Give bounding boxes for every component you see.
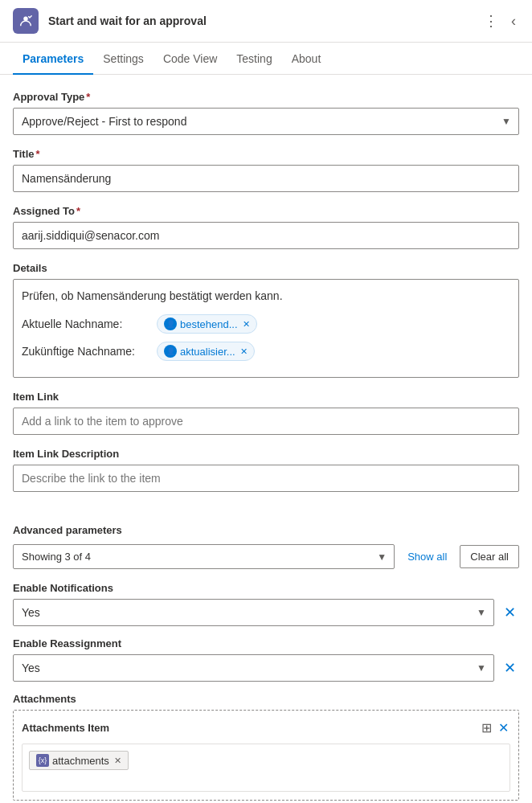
details-row-1: Aktuelle Nachname: 👤 bestehend... ✕ — [22, 314, 510, 334]
advanced-row: Showing 3 of 4 ▼ Show all Clear all — [13, 544, 519, 569]
enable-reassignment-section: Enable Reassignment Yes ▼ ✕ — [13, 637, 519, 682]
remove-notifications-button[interactable]: ✕ — [501, 600, 519, 625]
clear-all-button[interactable]: Clear all — [460, 545, 519, 568]
details-label: Details — [13, 262, 519, 274]
enable-reassignment-row: Yes ▼ ✕ — [13, 654, 519, 682]
enable-notifications-label: Enable Notifications — [13, 582, 519, 594]
attachments-label: Attachments — [13, 693, 519, 705]
tab-settings[interactable]: Settings — [93, 43, 153, 75]
enable-notifications-section: Enable Notifications Yes ▼ ✕ — [13, 582, 519, 626]
tab-about[interactable]: About — [282, 43, 331, 75]
attachments-close-icon[interactable]: ✕ — [497, 719, 510, 737]
details-group: Details Prüfen, ob Namensänderung bestät… — [13, 262, 519, 378]
showing-dropdown[interactable]: Showing 3 of 4 ▼ — [13, 544, 395, 569]
enable-reassignment-label: Enable Reassignment — [13, 637, 519, 649]
chip-attachments-close[interactable]: ✕ — [114, 756, 121, 766]
attachments-chip[interactable]: {x} attachments ✕ — [29, 751, 129, 770]
back-button[interactable]: ‹ — [508, 10, 519, 33]
tab-testing[interactable]: Testing — [227, 43, 281, 75]
chip-bestehend-text: bestehend... — [180, 318, 238, 330]
attachments-item-label: Attachments Item — [22, 722, 109, 734]
remove-reassignment-button[interactable]: ✕ — [501, 656, 519, 680]
enable-notifications-btn[interactable]: Yes — [13, 599, 494, 626]
item-link-input[interactable] — [13, 408, 519, 435]
attachments-row: Attachments Item ⊞ ✕ {x} attachments ✕ — [13, 710, 519, 801]
bestehend-chip[interactable]: 👤 bestehend... ✕ — [157, 314, 257, 334]
enable-notifications-row: Yes ▼ ✕ — [13, 599, 519, 626]
app-header: Start and wait for an approval ⋮ ‹ — [0, 0, 532, 43]
page-title: Start and wait for an approval — [48, 14, 471, 27]
aktualisier-chip[interactable]: 👤 aktualisier... ✕ — [157, 342, 255, 361]
enable-reassignment-dropdown[interactable]: Yes ▼ — [13, 654, 494, 682]
details-row-2: Zukünftige Nachname: 👤 aktualisier... ✕ — [22, 342, 510, 361]
parameters-content: Approval Type * Approve/Reject - First t… — [0, 75, 532, 803]
zukunftige-nachname-label: Zukünftige Nachname: — [22, 345, 150, 358]
item-link-group: Item Link — [13, 391, 519, 435]
assigned-to-label: Assigned To * — [13, 205, 519, 217]
attachments-header-buttons: ⊞ ✕ — [480, 719, 510, 737]
item-link-desc-label: Item Link Description — [13, 448, 519, 460]
tab-bar: Parameters Settings Code View Testing Ab… — [0, 43, 532, 75]
chip-attachments-text: attachments — [52, 755, 109, 767]
header-actions: ⋮ ‹ — [481, 9, 519, 33]
attachments-box: Attachments Item ⊞ ✕ {x} attachments ✕ — [13, 710, 519, 801]
x-icon-2: ✕ — [504, 659, 516, 677]
spacer — [13, 505, 519, 524]
more-options-button[interactable]: ⋮ — [481, 9, 501, 33]
attachments-section: Attachments Attachments Item ⊞ ✕ {x} att… — [13, 693, 519, 801]
title-label: Title * — [13, 148, 519, 160]
title-input[interactable] — [13, 165, 519, 192]
chip-person-icon: 👤 — [164, 318, 177, 330]
chip-aktualisier-close[interactable]: ✕ — [240, 346, 248, 357]
chip-bestehend-close[interactable]: ✕ — [243, 319, 250, 330]
approval-type-group: Approval Type * Approve/Reject - First t… — [13, 91, 519, 135]
chip-person2-icon: 👤 — [164, 345, 177, 358]
approval-type-label: Approval Type * — [13, 91, 519, 103]
attachments-content: {x} attachments ✕ — [22, 744, 510, 792]
attachments-header: Attachments Item ⊞ ✕ — [22, 719, 510, 737]
title-group: Title * — [13, 148, 519, 192]
details-text: Prüfen, ob Namensänderung bestätigt werd… — [22, 288, 510, 305]
approval-type-dropdown[interactable]: Approve/Reject - First to respond ▼ — [13, 108, 519, 135]
tab-parameters[interactable]: Parameters — [13, 43, 93, 75]
aktuelle-nachname-label: Aktuelle Nachname: — [22, 318, 150, 330]
item-link-desc-group: Item Link Description — [13, 448, 519, 492]
item-link-desc-input[interactable] — [13, 465, 519, 492]
item-link-label: Item Link — [13, 391, 519, 403]
details-textarea[interactable]: Prüfen, ob Namensänderung bestätigt werd… — [13, 279, 519, 378]
advanced-parameters-title: Advanced parameters — [13, 524, 519, 536]
chip-aktualisier-text: aktualisier... — [180, 346, 235, 358]
showing-dropdown-btn[interactable]: Showing 3 of 4 — [13, 544, 395, 569]
svg-point-0 — [23, 17, 27, 21]
advanced-parameters-section: Advanced parameters Showing 3 of 4 ▼ Sho… — [13, 524, 519, 569]
x-icon: ✕ — [504, 604, 516, 621]
chip-fx-icon: {x} — [36, 754, 49, 767]
assigned-to-group: Assigned To * — [13, 205, 519, 249]
show-all-button[interactable]: Show all — [401, 546, 453, 567]
approval-type-dropdown-btn[interactable]: Approve/Reject - First to respond — [13, 108, 519, 135]
attachments-edit-icon[interactable]: ⊞ — [480, 719, 493, 737]
enable-notifications-dropdown[interactable]: Yes ▼ — [13, 599, 494, 626]
app-icon — [13, 8, 39, 34]
assigned-to-input[interactable] — [13, 222, 519, 249]
tab-code-view[interactable]: Code View — [153, 43, 227, 75]
enable-reassignment-btn[interactable]: Yes — [13, 654, 494, 682]
